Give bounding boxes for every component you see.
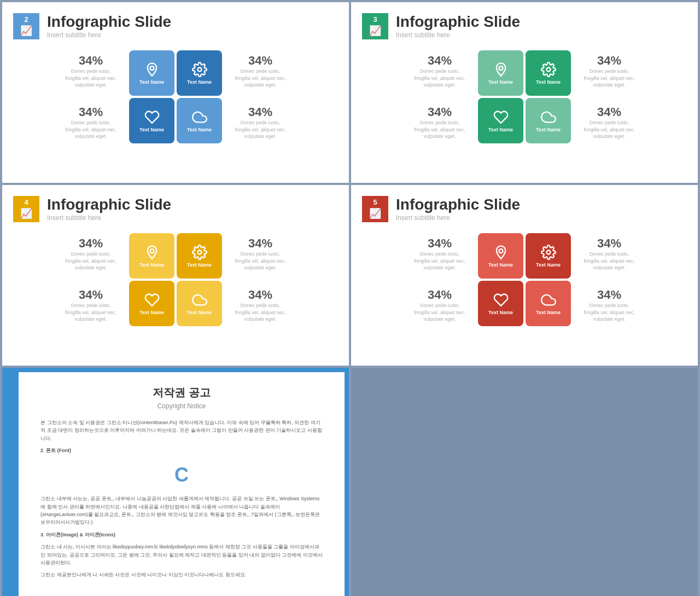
- percent-lt-2: 34%: [412, 54, 467, 68]
- percent-rt-3: 34%: [233, 236, 288, 251]
- icon-cell-2-3: Text Name: [526, 98, 571, 143]
- svg-point-4: [150, 249, 154, 253]
- location-icon-4: [493, 245, 509, 260]
- stat-right-top-1: 34% Donec pede iusto, fringilla vel, ali…: [233, 54, 288, 89]
- desc-rb-4: Donec pede iusto, fringilla vel, aliquet…: [582, 302, 637, 323]
- infographic-1: 34% Donec pede iusto, fringilla vel, ali…: [13, 50, 338, 143]
- icon-cell-1-3: Text Name: [177, 98, 222, 143]
- slide-subtitle-4: Insert subtitle here: [396, 214, 520, 222]
- stats-right-3: 34% Donec pede iusto, fringilla vel, ali…: [233, 236, 288, 323]
- desc-rb-2: Donec pede iusto, fringilla vel, aliquet…: [582, 119, 637, 140]
- icon-cell-3-1: Text Name: [177, 233, 222, 279]
- copyright-section-1-body: 그린소 내부에 서는는, 공공 폰트,, 내부에서 나눔공공의 사업한 새롭게에…: [40, 495, 323, 526]
- slide-2: 3 📈 Infographic Slide Insert subtitle he…: [351, 2, 698, 183]
- stat-left-bottom-1: 34% Donec pede iusto, fringilla vel, ali…: [63, 105, 118, 140]
- percent-lb-1: 34%: [63, 105, 118, 119]
- infographic-4: 34% Donec pede iusto, fringilla vel, ali…: [362, 233, 687, 326]
- desc-lt-4: Donec pede iusto, fringilla vel, aliquet…: [412, 251, 467, 271]
- cell-label-3-3: Text Name: [187, 310, 212, 315]
- icon-cell-4-1: Text Name: [526, 233, 571, 279]
- desc-lb-1: Donec pede iusto, fringilla vel, aliquet…: [63, 119, 118, 140]
- stats-left-2: 34% Donec pede iusto, fringilla vel, ali…: [412, 54, 467, 140]
- slide-4: 5 📈 Infographic Slide Insert subtitle he…: [351, 185, 698, 366]
- cloud-icon-1: [192, 109, 207, 125]
- percent-lt-1: 34%: [63, 54, 118, 68]
- slide-subtitle-1: Insert subtitle here: [47, 31, 171, 39]
- slide-number-4: 5: [373, 198, 377, 206]
- cell-label-4-1: Text Name: [536, 262, 561, 268]
- cloud-icon-4: [541, 292, 556, 308]
- slide-number-box-1: 2 📈: [13, 13, 39, 39]
- chart-icon-3: 📈: [20, 207, 32, 219]
- icon-cell-2-1: Text Name: [526, 50, 571, 96]
- cell-label-3-0: Text Name: [139, 262, 164, 268]
- cell-label-4-3: Text Name: [536, 310, 561, 315]
- percent-lt-4: 34%: [412, 236, 467, 251]
- slide-header-4: 5 📈 Infographic Slide Insert subtitle he…: [362, 196, 687, 222]
- stats-right-1: 34% Donec pede iusto, fringilla vel, ali…: [233, 54, 288, 140]
- gear-icon-2: [541, 62, 556, 77]
- slide-title-3: Infographic Slide: [47, 196, 171, 213]
- percent-rb-1: 34%: [233, 105, 288, 119]
- percent-rb-2: 34%: [582, 105, 637, 119]
- icon-cell-4-0: Text Name: [478, 233, 523, 279]
- slide-header-3: 4 📈 Infographic Slide Insert subtitle he…: [13, 196, 338, 222]
- desc-lt-3: Donec pede iusto, fringilla vel, aliquet…: [63, 251, 118, 271]
- copyright-section-1-title: 2. 폰트 (Font) C: [40, 447, 323, 490]
- stat-right-bottom-1: 34% Donec pede iusto, fringilla vel, ali…: [233, 105, 288, 140]
- stat-right-top-3: 34% Donec pede iusto, fringilla vel, ali…: [233, 236, 288, 271]
- chart-icon-4: 📈: [369, 207, 381, 219]
- cloud-icon-2: [541, 109, 556, 125]
- infographic-2: 34% Donec pede iusto, fringilla vel, ali…: [362, 50, 687, 143]
- chart-icon-1: 📈: [20, 25, 32, 37]
- slide-number-box-3: 4 📈: [13, 196, 39, 222]
- icon-grid-1: Text Name Text Name Text Name Text Name: [129, 50, 222, 143]
- slide-1: 2 📈 Infographic Slide Insert subtitle he…: [2, 2, 349, 183]
- gear-icon-3: [192, 245, 207, 260]
- stats-right-2: 34% Donec pede iusto, fringilla vel, ali…: [582, 54, 637, 140]
- desc-lb-4: Donec pede iusto, fringilla vel, aliquet…: [412, 302, 467, 323]
- stat-right-bottom-2: 34% Donec pede iusto, fringilla vel, ali…: [582, 105, 637, 140]
- cell-label-2-1: Text Name: [536, 79, 561, 85]
- svg-point-5: [197, 250, 201, 254]
- slide-subtitle-2: Insert subtitle here: [396, 31, 520, 39]
- slide-title-4: Infographic Slide: [396, 196, 520, 213]
- slide-number-1: 2: [24, 15, 28, 24]
- stat-left-bottom-4: 34% Donec pede iusto, fringilla vel, ali…: [412, 288, 467, 323]
- percent-lt-3: 34%: [63, 236, 118, 251]
- desc-rb-3: Donec pede iusto, fringilla vel, aliquet…: [233, 302, 288, 323]
- stats-left-1: 34% Donec pede iusto, fringilla vel, ali…: [63, 54, 118, 140]
- copyright-section-3-body: 그린소 재공본인나에게 나 사세든 사것은 사것에 나이것나 이상인 이것니다나…: [40, 571, 323, 578]
- desc-lt-1: Donec pede iusto, fringilla vel, aliquet…: [63, 68, 118, 89]
- percent-rt-2: 34%: [582, 54, 637, 68]
- desc-rb-1: Donec pede iusto, fringilla vel, aliquet…: [233, 119, 288, 140]
- stat-right-bottom-4: 34% Donec pede iusto, fringilla vel, ali…: [582, 288, 637, 323]
- gear-icon-4: [541, 245, 556, 260]
- icon-cell-4-3: Text Name: [526, 281, 571, 326]
- svg-point-6: [499, 249, 503, 253]
- icon-grid-3: Text Name Text Name Text Name Text Name: [129, 233, 222, 326]
- desc-rt-3: Donec pede iusto, fringilla vel, aliquet…: [233, 251, 288, 271]
- icon-grid-2: Text Name Text Name Text Name Text Name: [478, 50, 571, 143]
- desc-rt-1: Donec pede iusto, fringilla vel, aliquet…: [233, 68, 288, 89]
- icon-cell-1-2: Text Name: [129, 98, 174, 143]
- svg-point-0: [150, 66, 154, 70]
- slide-number-box-4: 5 📈: [362, 196, 388, 222]
- cell-label-2-2: Text Name: [488, 127, 513, 132]
- icon-cell-4-2: Text Name: [478, 281, 523, 326]
- stat-right-top-2: 34% Donec pede iusto, fringilla vel, ali…: [582, 54, 637, 89]
- copyright-body: 본 그린소의 소속 및 사용권은 그린소 티니션(contentitsean.P…: [40, 419, 323, 579]
- stat-left-bottom-2: 34% Donec pede iusto, fringilla vel, ali…: [412, 105, 467, 140]
- stats-right-4: 34% Donec pede iusto, fringilla vel, ali…: [582, 236, 637, 323]
- heart-icon-4: [493, 292, 509, 308]
- blue-bar: [2, 368, 19, 596]
- slide-number-box-2: 3 📈: [362, 13, 388, 39]
- cell-label-4-0: Text Name: [488, 262, 513, 268]
- bottom-row-wrapper: 저작권 공고 Copyright Notice 본 그린소의 소속 및 사용권은…: [2, 368, 349, 596]
- stat-left-top-1: 34% Donec pede iusto, fringilla vel, ali…: [63, 54, 118, 89]
- icon-grid-4: Text Name Text Name Text Name Text Name: [478, 233, 571, 326]
- percent-lb-3: 34%: [63, 288, 118, 302]
- percent-lb-4: 34%: [412, 288, 467, 302]
- chart-icon-2: 📈: [369, 25, 381, 37]
- cell-label-3-1: Text Name: [187, 262, 212, 268]
